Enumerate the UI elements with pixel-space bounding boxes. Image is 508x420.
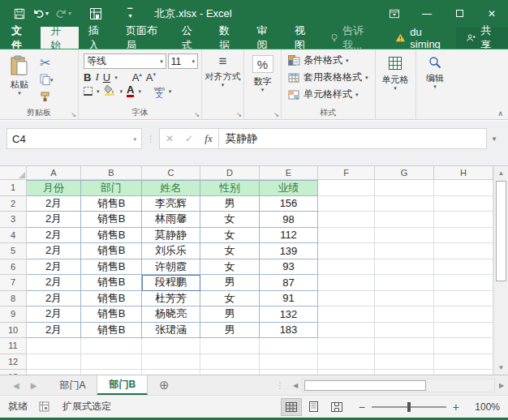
cell-C12[interactable] <box>142 354 200 371</box>
tab-page-layout[interactable]: 页面布局 <box>116 27 172 49</box>
cell-C10[interactable]: 张珺涵 <box>142 323 200 339</box>
cell-A5[interactable]: 2月 <box>27 243 81 259</box>
cell-H11[interactable] <box>434 338 493 354</box>
cell-F10[interactable] <box>318 323 375 339</box>
redo-button[interactable]: ▾ <box>54 5 73 23</box>
zoom-in-button[interactable]: + <box>453 401 459 414</box>
row-header-9[interactable]: 9 <box>0 306 27 323</box>
cell-D9[interactable]: 男 <box>200 306 260 323</box>
formula-bar-splitter[interactable]: ⋮ <box>142 134 159 144</box>
cell-G3[interactable] <box>375 212 434 228</box>
cell-A7[interactable]: 2月 <box>27 275 81 291</box>
row-header-12[interactable]: 12 <box>0 354 27 371</box>
save-button[interactable] <box>11 5 28 23</box>
cell-A6[interactable]: 2月 <box>27 259 81 276</box>
new-sheet-button[interactable]: ⊕ <box>148 375 181 395</box>
cell-H3[interactable] <box>434 212 493 228</box>
horizontal-scroll-thumb[interactable] <box>304 380 426 391</box>
cell-E4[interactable]: 112 <box>260 228 318 244</box>
cell-B3[interactable]: 销售B <box>81 212 142 228</box>
cell-H6[interactable] <box>434 259 493 276</box>
alignment-dialog-launcher[interactable]: ↘ <box>236 111 242 118</box>
cell-G10[interactable] <box>375 323 434 339</box>
horizontal-scroll-track[interactable] <box>302 379 495 392</box>
row-header-4[interactable]: 4 <box>0 228 27 244</box>
vertical-scroll-thumb[interactable] <box>496 181 506 281</box>
cell-G4[interactable] <box>375 228 434 244</box>
font-name-combo[interactable]: 等线▾ <box>84 54 166 69</box>
tab-insert[interactable]: 插入 <box>79 27 116 49</box>
column-header-B[interactable]: B <box>81 166 142 180</box>
cell-B9[interactable]: 销售B <box>81 306 142 323</box>
cell-B11[interactable] <box>81 338 142 354</box>
copy-dropdown-caret[interactable]: ▾ <box>50 77 54 84</box>
row-header-3[interactable]: 3 <box>0 212 27 228</box>
tab-home[interactable]: 开始 <box>41 27 78 49</box>
editing-button[interactable]: 编辑 ▾ <box>418 52 453 107</box>
cell-B7[interactable]: 销售B <box>81 275 142 291</box>
cell-E7[interactable]: 87 <box>260 275 318 291</box>
alignment-button[interactable]: ≡ 对齐方式 ▾ <box>204 52 242 107</box>
increase-font-button[interactable]: A <box>132 71 142 84</box>
conditional-formatting-button[interactable]: 条件格式▾ <box>286 52 370 69</box>
qat-grid-button[interactable] <box>88 5 104 23</box>
phonetic-dropdown-caret[interactable]: ▾ <box>169 88 172 95</box>
scroll-up-arrow[interactable]: ▲ <box>494 166 508 180</box>
formula-bar-expand-caret[interactable]: ▾ <box>487 135 502 143</box>
cell-H7[interactable] <box>434 275 493 291</box>
cell-D1[interactable]: 性别 <box>200 180 260 196</box>
cell-C11[interactable] <box>142 338 200 354</box>
cell-F7[interactable] <box>318 275 375 291</box>
paste-button[interactable]: 粘贴 ▾ <box>2 52 37 107</box>
cell-G6[interactable] <box>375 259 434 276</box>
borders-dropdown-caret[interactable]: ▾ <box>97 88 100 95</box>
share-button[interactable]: 共享 <box>456 27 508 49</box>
cell-B12[interactable] <box>81 354 142 371</box>
cell-D7[interactable]: 男 <box>200 275 260 291</box>
tab-scroll-splitter[interactable]: ⋮ <box>271 375 289 395</box>
cell-H1[interactable] <box>434 180 493 196</box>
enter-entry-button[interactable]: ✓ <box>179 133 199 144</box>
macro-record-button[interactable] <box>39 401 50 412</box>
column-header-E[interactable]: E <box>260 166 318 180</box>
minimize-button[interactable]: — <box>411 0 443 27</box>
name-box[interactable]: C4 ▾ <box>6 128 142 149</box>
cell-D6[interactable]: 女 <box>200 259 260 276</box>
format-painter-button[interactable] <box>37 88 56 105</box>
sheet-tab-a[interactable]: 部门A <box>48 375 97 395</box>
cell-D11[interactable] <box>200 338 260 354</box>
bold-button[interactable]: B <box>84 71 91 84</box>
font-color-button[interactable]: A <box>127 85 134 97</box>
horizontal-scrollbar[interactable]: ◀ ▶ <box>289 375 508 395</box>
cell-H9[interactable] <box>434 306 493 323</box>
number-dialog-launcher[interactable]: ↘ <box>273 111 279 118</box>
tab-formulas[interactable]: 公式 <box>172 27 209 49</box>
cell-C9[interactable]: 杨晓亮 <box>142 306 200 323</box>
cell-H12[interactable] <box>434 354 493 371</box>
cell-F12[interactable] <box>318 354 375 371</box>
cell-D5[interactable]: 女 <box>200 243 260 259</box>
sheet-tab-b[interactable]: 部门B <box>97 375 148 395</box>
cell-H2[interactable] <box>434 196 493 212</box>
cell-B6[interactable]: 销售B <box>81 259 142 276</box>
cell-G12[interactable] <box>375 354 434 371</box>
cells-button[interactable]: 单元格 ▾ <box>377 52 414 107</box>
collapse-ribbon-button[interactable]: ∧ <box>497 109 503 118</box>
cell-G11[interactable] <box>375 338 434 354</box>
redo-dropdown-caret[interactable]: ▾ <box>68 10 71 17</box>
cell-E11[interactable] <box>260 338 318 354</box>
row-header-5[interactable]: 5 <box>0 243 27 259</box>
zoom-slider[interactable] <box>372 406 446 408</box>
fill-color-button[interactable] <box>104 84 116 98</box>
cell-G8[interactable] <box>375 291 434 307</box>
column-header-G[interactable]: G <box>375 166 434 180</box>
cell-G2[interactable] <box>375 196 434 212</box>
row-header-7[interactable]: 7 <box>0 275 27 291</box>
cell-A9[interactable]: 2月 <box>27 306 81 323</box>
borders-icon[interactable] <box>84 87 93 96</box>
font-color-dropdown-caret[interactable]: ▾ <box>138 88 141 95</box>
select-all-corner[interactable] <box>0 166 27 180</box>
row-header-10[interactable]: 10 <box>0 323 27 339</box>
cell-D10[interactable]: 男 <box>200 323 260 339</box>
italic-button[interactable]: I <box>95 71 98 84</box>
